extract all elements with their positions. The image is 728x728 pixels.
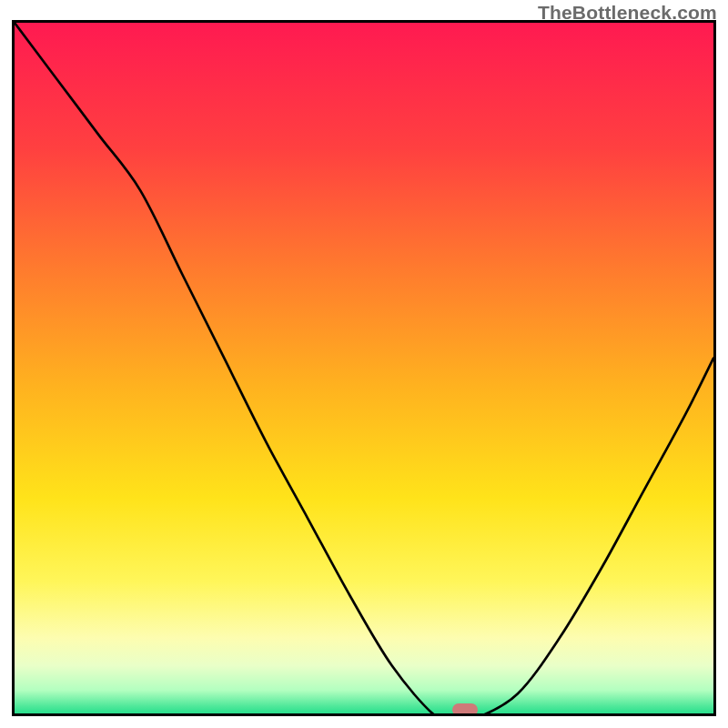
- chart-curve: [15, 23, 713, 716]
- bottleneck-curve-path: [15, 23, 713, 716]
- chart-frame: [12, 20, 716, 716]
- optimal-point-marker: [452, 703, 478, 716]
